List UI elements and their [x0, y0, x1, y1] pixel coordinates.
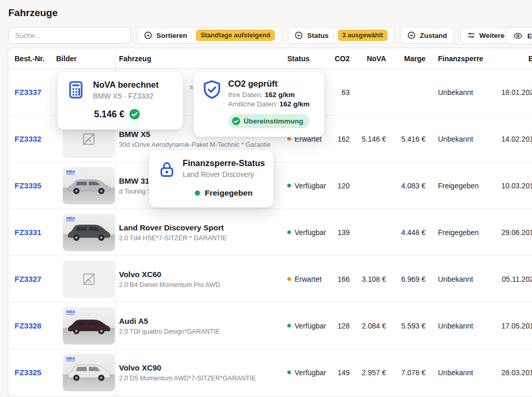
table-row: FZ3328 NBA Audi A5 2.0 TDI quattro Desig…: [8, 303, 532, 349]
status-label: Verfügbar: [295, 322, 326, 330]
search-input[interactable]: [8, 27, 131, 44]
status-cell: Erwartet: [287, 275, 323, 283]
vehicle-subtitle: 2.0 B4 Diesel Momentum Pro AWD: [119, 281, 287, 289]
nova-value: 2.084 €: [350, 322, 386, 330]
vehicle-subtitle: 2.0 Td4 HSE*7-SITZER * GARANTIE: [119, 235, 287, 242]
image-off-icon: [81, 271, 97, 287]
nova-value: 3.108 €: [350, 275, 386, 283]
ez-value: 18.01.2021: [498, 88, 532, 97]
status-selected-badge[interactable]: 3 ausgewählt: [338, 30, 388, 41]
status-dot: [195, 190, 200, 196]
toolbar: Sortieren Standtage aufsteigend Status 3…: [8, 27, 532, 44]
condition-filter-label: Zustand: [420, 32, 447, 39]
co2-value: 139: [323, 228, 350, 237]
vehicle-photo[interactable]: NBA: [63, 214, 115, 251]
finanzsperre-value: Freigegeben: [425, 228, 498, 237]
vehicle-title: Audi A5: [119, 317, 287, 325]
vehicle-id-link[interactable]: FZ3331: [15, 228, 42, 237]
vehicle-id-link[interactable]: FZ3337: [15, 88, 42, 97]
status-dot: [287, 371, 291, 374]
status-circle-icon: [295, 31, 303, 39]
vehicle-id-link[interactable]: FZ3327: [15, 275, 42, 283]
vehicle-id-link[interactable]: FZ3328: [15, 321, 42, 330]
header-fahrzeug[interactable]: Fahrzeug: [116, 54, 287, 63]
co2-own-label: Ihre Daten:: [228, 91, 263, 99]
status-label: Verfügbar: [295, 228, 326, 237]
eye-icon: [513, 31, 523, 40]
vehicle-id-link[interactable]: FZ3335: [15, 181, 42, 190]
header-marge[interactable]: Marge: [386, 54, 425, 63]
header-co2[interactable]: CO2: [323, 54, 350, 63]
marge-value: 5.593 €: [386, 322, 425, 330]
columns-visibility-label: Eig: [527, 32, 532, 40]
sort-button[interactable]: Sortieren Standtage aufsteigend: [137, 27, 282, 44]
nova-amount: 5.146 €: [94, 109, 124, 120]
ez-value: 14.02.2018: [498, 135, 532, 143]
status-cell: Verfügbar: [287, 182, 323, 190]
marge-value: 7.078 €: [386, 368, 425, 377]
marge-value: 5.416 €: [386, 135, 425, 143]
co2-official-value: 162 g/km: [280, 100, 310, 108]
status-label: Verfügbar: [295, 368, 326, 377]
sort-circle-icon: [144, 31, 152, 39]
header-bestnr[interactable]: Best.-Nr.: [8, 54, 56, 63]
ez-value: 05.11.2021: [498, 275, 532, 283]
condition-filter-button[interactable]: Zustand: [401, 27, 454, 44]
vehicle-photo[interactable]: NBA: [63, 307, 115, 345]
watermark: NBA: [66, 309, 75, 314]
header-bilder[interactable]: Bilder: [56, 48, 116, 69]
vehicle-photo[interactable]: NBA: [63, 167, 115, 204]
status-filter-button[interactable]: Status 3 ausgewählt: [288, 27, 394, 44]
nova-value: 5.146 €: [350, 135, 386, 143]
header-ez[interactable]: EZ: [498, 54, 532, 63]
finanzsperre-value: Unbekannt: [425, 88, 498, 97]
image-off-icon: [81, 131, 97, 147]
ez-value: 10.03.2016: [498, 182, 532, 190]
vehicle-subtitle: 2.0 D5 Momentum AWD*7-SITZER*GARANTIE: [119, 375, 287, 382]
status-filter-label: Status: [307, 32, 328, 39]
status-cell: Verfügbar: [287, 368, 323, 377]
watermark: NBA: [66, 169, 75, 174]
calculator-icon: [66, 80, 86, 100]
vehicle-title: Volvo XC60: [119, 270, 287, 279]
vehicle-title: Land Rover Discovery Sport: [119, 223, 287, 232]
status-dot: [287, 324, 291, 327]
sort-active-badge[interactable]: Standtage aufsteigend: [196, 30, 275, 41]
vehicle-photo-placeholder[interactable]: [63, 261, 115, 298]
watermark: NBA: [66, 216, 75, 221]
nova-popover: NoVA berechnet BMW X5 · FZ3332 5.146 €: [57, 71, 183, 130]
finanzsperre-popover-title: Finanzsperre-Status: [182, 158, 265, 168]
status-dot: [287, 277, 291, 281]
sliders-icon: [467, 31, 475, 39]
table-row: FZ3331 NBA Land Rover Discovery Sport 2.…: [8, 209, 532, 256]
table-header: Best.-Nr. Bilder Fahrzeug Status CO2 NoV…: [8, 48, 532, 69]
vehicle-id-link[interactable]: FZ3332: [15, 134, 42, 143]
ez-value: 29.06.2017: [498, 228, 532, 237]
header-finanzsperre[interactable]: Finanzsperre: [425, 54, 498, 63]
finanzsperre-status: Freigegeben: [205, 188, 252, 198]
marge-value: 4.448 €: [386, 228, 425, 237]
nova-popover-subtitle: BMW X5 · FZ3332: [93, 92, 159, 100]
finanzsperre-value: Freigegeben: [425, 182, 498, 190]
sort-label: Sortieren: [156, 32, 187, 39]
ez-value: 28.03.2017: [498, 368, 532, 377]
table-row: FZ3327 Volvo XC60 2.0 B4 Diesel Momentum…: [8, 256, 532, 303]
table-row: FZ3325 NBA Volvo XC90 2.0 D5 Momentum AW…: [8, 349, 532, 396]
vehicle-title: Volvo XC90: [119, 363, 287, 372]
finanzsperre-popover: Finanzsperre-Status Land Rover Discovery…: [149, 149, 274, 208]
header-status[interactable]: Status: [287, 54, 323, 63]
co2-popover: CO2 geprüft Ihre Daten: 162 g/km Amtlich…: [193, 71, 325, 137]
columns-visibility-button[interactable]: Eig: [506, 27, 532, 45]
status-cell: Verfügbar: [287, 228, 323, 237]
status-dot: [287, 137, 291, 141]
vehicles-page: Fahrzeuge Sortieren Standtage aufsteigen…: [0, 0, 532, 397]
vehicle-id-link[interactable]: FZ3325: [15, 368, 42, 377]
nova-value: 2.957 €: [350, 368, 386, 377]
co2-value: 162: [323, 135, 350, 143]
header-nova[interactable]: NoVA: [350, 54, 386, 63]
status-label: Verfügbar: [295, 182, 326, 190]
vehicle-photo[interactable]: NBA: [63, 354, 115, 391]
condition-circle-icon: [407, 31, 416, 39]
finanzsperre-value: Unbekannt: [425, 135, 498, 143]
co2-value: 128: [323, 322, 350, 330]
